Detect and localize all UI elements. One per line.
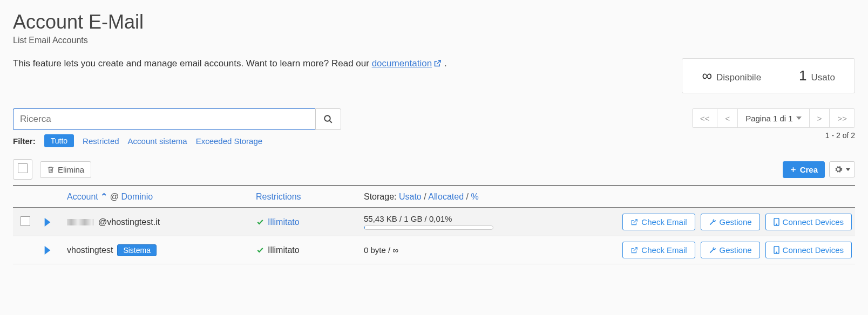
check-icon: [256, 218, 265, 226]
restriction-cell: Illimitato: [256, 245, 364, 255]
stats-box: ∞ Disponibile 1 Usato: [682, 58, 855, 93]
stat-used: 1 Usato: [799, 67, 835, 84]
sort-used[interactable]: Usato: [399, 192, 422, 201]
wrench-icon: [709, 246, 716, 254]
storage-cell: 0 byte / ∞: [364, 245, 547, 255]
trash-icon: [47, 166, 55, 174]
caret-down-icon: [796, 117, 802, 120]
email-cell: vhostingtest Sistema: [67, 244, 256, 256]
gear-icon: [834, 165, 843, 174]
check-email-label: Check Email: [641, 217, 687, 227]
search-button[interactable]: [315, 108, 341, 130]
select-all-checkbox[interactable]: [18, 163, 28, 173]
mobile-icon: [774, 218, 779, 226]
stat-used-label: Usato: [811, 72, 835, 83]
check-email-button[interactable]: Check Email: [622, 214, 695, 230]
check-icon: [256, 246, 265, 254]
pager-last[interactable]: >>: [829, 108, 855, 128]
open-icon: [630, 246, 638, 254]
sort-allocated[interactable]: Allocated: [428, 192, 464, 201]
connect-label: Connect Devices: [783, 245, 844, 255]
filter-row: Filter: Tutto Restricted Account sistema…: [13, 134, 341, 147]
col-storage: Storage: Usato / Allocated / %: [364, 192, 547, 202]
at-label: @: [110, 192, 119, 201]
system-badge: Sistema: [117, 244, 157, 256]
search-icon: [323, 114, 333, 124]
intro-before: This feature lets you create and manage …: [13, 58, 372, 69]
intro-text: This feature lets you create and manage …: [13, 58, 447, 69]
search-group: [13, 108, 341, 130]
svg-point-2: [776, 224, 777, 225]
storage-text: 0 byte / ∞: [364, 245, 547, 255]
sort-percent[interactable]: %: [471, 192, 478, 201]
pager-next[interactable]: >: [809, 108, 830, 128]
manage-label: Gestione: [720, 245, 752, 255]
progress-bar: [364, 225, 493, 230]
row-checkbox[interactable]: [21, 216, 30, 226]
mobile-icon: [774, 246, 779, 254]
storage-cell: 55,43 KB / 1 GB / 0,01%: [364, 214, 547, 230]
pager-page-label: Pagina 1 di 1: [745, 114, 793, 123]
settings-button[interactable]: [829, 161, 855, 177]
email-cell: @vhostingtest.it: [67, 217, 256, 227]
filter-all[interactable]: Tutto: [44, 134, 74, 147]
table-header: Account ⌃ @ Dominio Restrictions Storage…: [13, 186, 855, 208]
restriction-label: Illimitato: [268, 245, 300, 255]
sort-domain[interactable]: Dominio: [121, 192, 153, 201]
select-all-wrapper: [13, 159, 32, 180]
email-address: vhostingtest: [67, 245, 113, 255]
stat-available-label: Disponibile: [716, 72, 761, 83]
plus-icon: [790, 166, 797, 173]
external-link-icon: [433, 59, 442, 67]
restriction-cell[interactable]: Illimitato: [256, 217, 364, 227]
expand-button[interactable]: [40, 215, 55, 230]
pager-first[interactable]: <<: [692, 108, 718, 128]
page-subtitle: List Email Accounts: [13, 36, 855, 45]
manage-button[interactable]: Gestione: [701, 242, 760, 258]
delete-label: Elimina: [58, 165, 84, 174]
expand-button[interactable]: [40, 243, 55, 258]
filter-restricted[interactable]: Restricted: [83, 136, 119, 146]
pager-page[interactable]: Pagina 1 di 1: [737, 108, 810, 128]
manage-label: Gestione: [720, 217, 752, 227]
pager: << < Pagina 1 di 1 > >>: [693, 108, 855, 128]
sort-asc-icon: ⌃: [100, 192, 110, 201]
create-label: Crea: [800, 165, 818, 174]
pager-prev[interactable]: <: [717, 108, 738, 128]
filter-label: Filter:: [13, 136, 36, 146]
filter-system[interactable]: Account sistema: [128, 136, 187, 146]
email-suffix: @vhostingtest.it: [98, 217, 160, 227]
table-row: @vhostingtest.it Illimitato 55,43 KB / 1…: [13, 208, 855, 236]
svg-point-0: [324, 115, 330, 121]
svg-point-4: [776, 252, 777, 253]
delete-button[interactable]: Elimina: [40, 161, 91, 178]
checkection-email-button[interactable]: Check Email: [622, 242, 695, 258]
connect-label: Connect Devices: [783, 217, 844, 227]
caret-down-icon: [846, 168, 850, 171]
storage-text: 55,43 KB / 1 GB / 0,01%: [364, 214, 547, 223]
documentation-link[interactable]: documentation: [372, 58, 442, 69]
wrench-icon: [709, 218, 716, 226]
check-email-label: Check Email: [641, 245, 687, 255]
stat-available: ∞ Disponibile: [702, 67, 761, 84]
connect-devices-button[interactable]: Connect Devices: [765, 214, 852, 230]
page-title: Account E-Mail: [13, 11, 855, 33]
infinity-icon: ∞: [702, 67, 712, 84]
intro-after: .: [442, 58, 446, 69]
table-row: vhostingtest Sistema Illimitato 0 byte /…: [13, 236, 855, 264]
count-range: 1 - 2 of 2: [825, 131, 855, 140]
open-icon: [630, 218, 638, 226]
filter-exceeded[interactable]: Exceeded Storage: [196, 136, 262, 146]
col-restrictions[interactable]: Restrictions: [256, 192, 301, 201]
connect-devices-button[interactable]: Connect Devices: [765, 242, 852, 258]
search-input[interactable]: [13, 108, 315, 130]
manage-button[interactable]: Gestione: [701, 214, 760, 230]
col-account: Account ⌃ @ Dominio: [67, 191, 256, 202]
sort-account[interactable]: Account: [67, 192, 98, 201]
create-button[interactable]: Crea: [783, 161, 825, 178]
storage-prefix: Storage:: [364, 192, 396, 201]
restriction-label: Illimitato: [268, 217, 300, 227]
blurred-username: [67, 219, 94, 225]
stat-used-value: 1: [799, 67, 806, 84]
